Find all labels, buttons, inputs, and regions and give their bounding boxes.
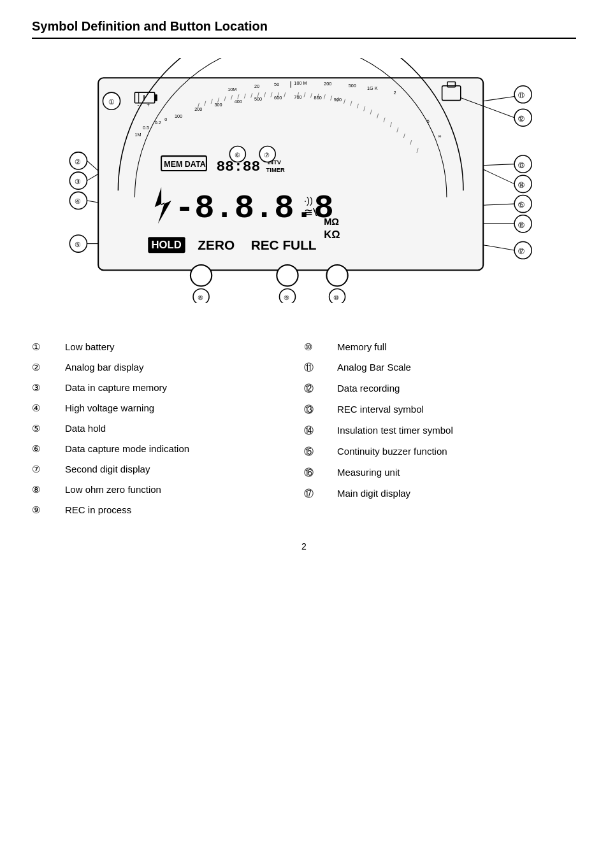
svg-text:④: ④	[75, 197, 81, 205]
svg-text:TIMER: TIMER	[266, 167, 285, 173]
svg-text:400: 400	[235, 99, 242, 104]
legend-num: ⑥	[32, 443, 56, 455]
legend-item: ⑦Second digit display	[32, 464, 304, 475]
legend-item: ⑤Data hold	[32, 423, 304, 434]
legend-text: REC in process	[65, 504, 131, 515]
legend-num: ⑯	[304, 467, 328, 479]
svg-text:200: 200	[194, 106, 202, 112]
legend-num: ⑨	[32, 504, 56, 516]
svg-text:⑯: ⑯	[518, 222, 525, 229]
svg-line-55	[87, 160, 98, 171]
legend-text: Analog Bar Scale	[337, 362, 411, 373]
svg-text:10M: 10M	[228, 87, 236, 92]
svg-line-77	[483, 96, 514, 101]
svg-text:500: 500	[254, 96, 262, 102]
svg-text:1G K: 1G K	[367, 85, 378, 91]
legend-text: Data capture mode indication	[65, 443, 189, 454]
legend-num: ③	[32, 382, 56, 394]
legend-text: Insulation test timer symbol	[337, 425, 453, 436]
legend-text: Data in capture memory	[65, 382, 167, 393]
svg-text:KΩ: KΩ	[324, 229, 340, 241]
legend-num: ⑪	[304, 362, 328, 374]
legend-text: Main digit display	[337, 488, 410, 499]
legend-text: Second digit display	[65, 464, 150, 474]
svg-text:⑧: ⑧	[198, 294, 203, 301]
legend-item: ⑪Analog Bar Scale	[304, 362, 576, 374]
svg-text:⑩: ⑩	[333, 294, 339, 301]
svg-text:0.2: 0.2	[155, 120, 161, 125]
svg-text:200: 200	[324, 81, 331, 87]
svg-text:50: 50	[274, 82, 279, 87]
svg-text:2: 2	[394, 90, 396, 96]
legend-item: ⑬REC interval symbol	[304, 404, 576, 416]
svg-rect-2	[155, 94, 157, 101]
svg-text:③: ③	[75, 178, 81, 185]
svg-point-49	[277, 265, 298, 286]
legend-item: ⑨REC in process	[32, 504, 304, 516]
svg-point-48	[191, 265, 212, 286]
svg-line-95	[483, 245, 514, 250]
svg-text:⑰: ⑰	[518, 248, 525, 255]
legend-text: Continuity buzzer function	[337, 446, 447, 457]
page-number: 2	[32, 541, 576, 551]
svg-text:ZERO: ZERO	[198, 238, 235, 252]
legend-text: Data recording	[337, 383, 400, 394]
legend-num: ⑦	[32, 464, 56, 475]
svg-text:0: 0	[164, 117, 167, 122]
meter-svg: + - 10M 20 50 100 M 200 500 1G K 2 1M 0.…	[32, 58, 576, 303]
svg-text:REC FULL: REC FULL	[251, 238, 317, 252]
legend-text: Memory full	[337, 341, 387, 352]
svg-text:5: 5	[427, 118, 430, 124]
legend-item: ⑮Continuity buzzer function	[304, 446, 576, 458]
svg-text:MEM DATA: MEM DATA	[164, 160, 205, 169]
legend-item: ③Data in capture memory	[32, 382, 304, 394]
legend-item: ②Analog bar display	[32, 362, 304, 373]
legend-num: ①	[32, 341, 56, 353]
svg-line-58	[87, 174, 98, 180]
svg-text:≅V: ≅V	[304, 206, 321, 218]
legend-item: ④High voltage warning	[32, 402, 304, 414]
legend-num: ⑤	[32, 423, 56, 434]
svg-text:⑦: ⑦	[264, 152, 270, 159]
svg-text:⑫: ⑫	[518, 115, 525, 122]
svg-text:②: ②	[75, 158, 81, 166]
svg-line-89	[483, 204, 514, 205]
legend-num: ⑧	[32, 484, 56, 495]
svg-line-83	[483, 164, 514, 166]
legend-num: ④	[32, 402, 56, 414]
legend-text: Low ohm zero function	[65, 484, 161, 495]
svg-text:100: 100	[175, 113, 182, 119]
svg-text:100 M: 100 M	[294, 80, 307, 86]
svg-text:⑤: ⑤	[75, 241, 81, 248]
legend-num: ⑰	[304, 488, 328, 500]
svg-text:∞: ∞	[438, 133, 441, 139]
svg-text:800: 800	[314, 95, 322, 101]
svg-text:MΩ: MΩ	[324, 217, 339, 227]
svg-text:①: ①	[108, 98, 115, 106]
meter-diagram: + - 10M 20 50 100 M 200 500 1G K 2 1M 0.…	[32, 58, 576, 303]
svg-point-50	[326, 265, 347, 286]
legend-item: ⑰Main digit display	[304, 488, 576, 500]
svg-text:300: 300	[214, 102, 222, 108]
svg-text:20: 20	[254, 83, 259, 89]
legend-item: ⑥Data capture mode indication	[32, 443, 304, 455]
legend-text: Low battery	[65, 341, 115, 352]
svg-text:+: +	[147, 102, 150, 108]
svg-text:⑪: ⑪	[518, 92, 525, 99]
legend-text: Measuring unit	[337, 467, 400, 478]
legend-num: ⑮	[304, 446, 328, 458]
legend-text: Analog bar display	[65, 362, 143, 373]
legend-num: ⑫	[304, 383, 328, 395]
legend-num: ⑭	[304, 425, 328, 437]
legend-text: High voltage warning	[65, 402, 154, 413]
svg-text:HOLD: HOLD	[151, 239, 181, 251]
svg-text:⑮: ⑮	[518, 201, 525, 208]
legend-text: Data hold	[65, 423, 106, 434]
legend-item: ⑧Low ohm zero function	[32, 484, 304, 495]
legend-num: ⑬	[304, 404, 328, 416]
legend-item: ①Low battery	[32, 341, 304, 353]
svg-line-61	[87, 201, 98, 203]
legend-right: ⑩Memory full⑪Analog Bar Scale⑫Data recor…	[304, 341, 576, 516]
svg-text:0.5: 0.5	[143, 125, 149, 131]
svg-text:1M: 1M	[134, 132, 141, 138]
